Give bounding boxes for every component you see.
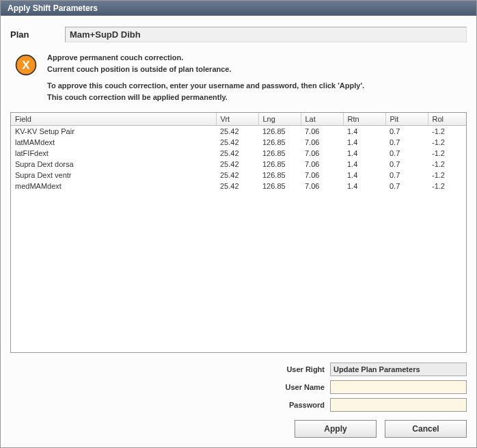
table-row[interactable]: Supra Dext dorsa25.42126.857.061.40.7-1.… [11, 159, 467, 170]
cell-vrt: 25.42 [216, 170, 258, 181]
cell-rtn: 1.4 [343, 126, 385, 137]
cell-field: latMAMdext [11, 137, 216, 148]
cell-field: medMAMdext [11, 181, 216, 192]
cell-lng: 126.85 [258, 159, 301, 170]
cell-rol: -1.2 [428, 159, 467, 170]
cell-field: Supra Dext dorsa [11, 159, 216, 170]
cell-vrt: 25.42 [216, 126, 258, 137]
cell-lng: 126.85 [258, 148, 301, 159]
cell-rtn: 1.4 [343, 181, 385, 192]
cell-pit: 0.7 [385, 159, 428, 170]
cell-lng: 126.85 [258, 126, 301, 137]
cell-lng: 126.85 [258, 170, 301, 181]
message-line3: To approve this couch correction, enter … [47, 81, 364, 90]
cell-lat: 7.06 [301, 181, 343, 192]
user-right-label: User Right [270, 365, 325, 373]
table-row[interactable]: latFIFdext25.42126.857.061.40.7-1.2 [11, 148, 467, 159]
cell-rol: -1.2 [428, 181, 467, 192]
cell-rol: -1.2 [428, 126, 467, 137]
col-pit[interactable]: Pit [385, 113, 428, 126]
message-line1: Approve permanent couch correction. [47, 53, 183, 62]
table-row[interactable]: Supra Dext ventr25.42126.857.061.40.7-1.… [11, 170, 467, 181]
username-input[interactable] [330, 380, 467, 394]
cell-rol: -1.2 [428, 170, 467, 181]
message-row: X Approve permanent couch correction. Cu… [10, 52, 467, 103]
cell-pit: 0.7 [385, 181, 428, 192]
cell-lng: 126.85 [258, 181, 301, 192]
cell-vrt: 25.42 [216, 181, 258, 192]
table-header-row: Field Vrt Lng Lat Rtn Pit Rol [11, 113, 467, 126]
cell-rtn: 1.4 [343, 148, 385, 159]
table-row[interactable]: KV-KV Setup Pair25.42126.857.061.40.7-1.… [11, 126, 467, 137]
cell-pit: 0.7 [385, 126, 428, 137]
auth-area: User Right Update Plan Parameters User N… [10, 363, 467, 412]
cell-lat: 7.06 [301, 126, 343, 137]
col-lng[interactable]: Lng [258, 113, 301, 126]
cell-field: latFIFdext [11, 148, 216, 159]
plan-label: Plan [10, 29, 65, 40]
cell-field: Supra Dext ventr [11, 170, 216, 181]
username-label: User Name [270, 383, 325, 391]
password-row: Password [270, 398, 467, 412]
button-row: Apply Cancel [10, 417, 467, 438]
user-right-row: User Right Update Plan Parameters [270, 363, 467, 376]
cell-rol: -1.2 [428, 148, 467, 159]
username-row: User Name [270, 380, 467, 394]
cell-pit: 0.7 [385, 148, 428, 159]
warning-icon: X [14, 53, 38, 77]
message-line2: Current couch position is outside of pla… [47, 65, 232, 73]
plan-row: Plan Mam+SupD Dibh [10, 27, 467, 42]
shift-table: Field Vrt Lng Lat Rtn Pit Rol KV-KV Setu… [11, 113, 467, 192]
cell-rtn: 1.4 [343, 159, 385, 170]
user-right-value: Update Plan Parameters [330, 363, 467, 376]
col-field[interactable]: Field [11, 113, 216, 126]
svg-text:X: X [22, 59, 30, 72]
table-row[interactable]: medMAMdext25.42126.857.061.40.7-1.2 [11, 181, 467, 192]
dialog-window: Apply Shift Parameters Plan Mam+SupD Dib… [0, 0, 477, 448]
plan-value: Mam+SupD Dibh [65, 27, 467, 42]
cell-lat: 7.06 [301, 159, 343, 170]
cell-rtn: 1.4 [343, 137, 385, 148]
shift-table-wrap[interactable]: Field Vrt Lng Lat Rtn Pit Rol KV-KV Setu… [10, 112, 467, 353]
col-vrt[interactable]: Vrt [216, 113, 258, 126]
titlebar: Apply Shift Parameters [1, 1, 476, 16]
cell-pit: 0.7 [385, 170, 428, 181]
password-label: Password [270, 401, 325, 409]
table-row[interactable]: latMAMdext25.42126.857.061.40.7-1.2 [11, 137, 467, 148]
cell-lat: 7.06 [301, 137, 343, 148]
cell-lat: 7.06 [301, 148, 343, 159]
content-area: Plan Mam+SupD Dibh X Approve permanent c… [1, 16, 476, 447]
col-rtn[interactable]: Rtn [343, 113, 385, 126]
cell-lng: 126.85 [258, 137, 301, 148]
col-lat[interactable]: Lat [301, 113, 343, 126]
cell-vrt: 25.42 [216, 159, 258, 170]
cell-rol: -1.2 [428, 137, 467, 148]
password-input[interactable] [330, 398, 467, 412]
cell-rtn: 1.4 [343, 170, 385, 181]
cell-vrt: 25.42 [216, 137, 258, 148]
col-rol[interactable]: Rol [428, 113, 467, 126]
cell-lat: 7.06 [301, 170, 343, 181]
message-text: Approve permanent couch correction. Curr… [47, 52, 364, 103]
cancel-button[interactable]: Cancel [385, 420, 467, 438]
cell-vrt: 25.42 [216, 148, 258, 159]
message-line4: This couch correction will be applied pe… [47, 93, 228, 101]
cell-pit: 0.7 [385, 137, 428, 148]
window-title: Apply Shift Parameters [8, 3, 98, 13]
cell-field: KV-KV Setup Pair [11, 126, 216, 137]
apply-button[interactable]: Apply [295, 420, 377, 438]
